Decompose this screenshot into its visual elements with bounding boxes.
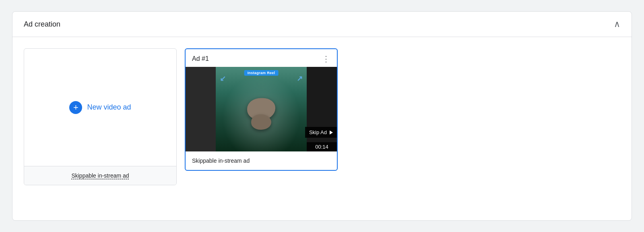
ad-card-header: Ad #1 ⋮	[186, 49, 337, 67]
panel-header: Ad creation ∧	[12, 12, 632, 37]
panel-body: + New video ad Skippable in-stream ad Ad…	[12, 37, 632, 200]
skip-play-icon	[330, 130, 333, 135]
rock-shape-bottom	[251, 114, 271, 130]
ad-card-footer: Skippable in-stream ad	[186, 151, 337, 170]
plus-icon: +	[69, 101, 82, 114]
new-ad-card[interactable]: + New video ad Skippable in-stream ad	[24, 48, 177, 185]
instagram-reel-badge: Instagram Reel	[244, 70, 279, 76]
ad-card-preview: Instagram Reel ↙ ↗ Skip Ad 00:14	[186, 67, 337, 151]
new-ad-footer-label: Skippable in-stream ad	[71, 172, 129, 179]
preview-center-panel: Instagram Reel ↙ ↗	[216, 67, 307, 151]
collapse-icon[interactable]: ∧	[614, 20, 620, 29]
ad-card-title: Ad #1	[192, 55, 209, 62]
new-ad-label: New video ad	[87, 103, 131, 112]
ad-card[interactable]: Ad #1 ⋮ Instagram Reel ↙ ↗	[185, 48, 338, 171]
panel-title: Ad creation	[24, 20, 60, 29]
ad-creation-panel: Ad creation ∧ + New video ad Skippable i…	[12, 11, 632, 221]
preview-left-panel	[186, 67, 216, 151]
new-ad-card-body: + New video ad	[69, 49, 131, 166]
new-ad-footer: Skippable in-stream ad	[24, 166, 176, 185]
ad-card-footer-label: Skippable in-stream ad	[192, 157, 250, 164]
skip-ad-label: Skip Ad	[309, 129, 327, 135]
timer-bar: 00:14	[307, 142, 337, 151]
skip-ad-button[interactable]: Skip Ad	[305, 127, 337, 138]
preview-right-panel	[307, 67, 337, 151]
more-options-icon[interactable]: ⋮	[322, 55, 330, 63]
ocean-background	[216, 67, 307, 151]
